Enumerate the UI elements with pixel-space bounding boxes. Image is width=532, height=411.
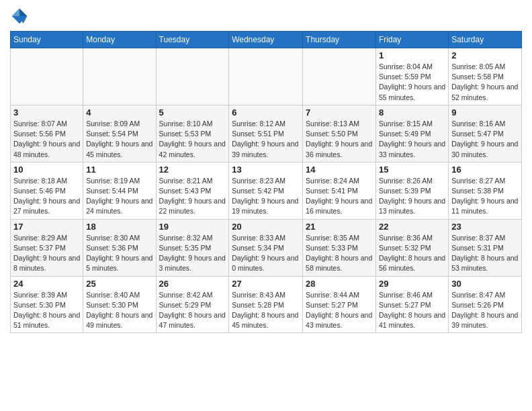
day-info: Sunrise: 8:07 AM Sunset: 5:56 PM Dayligh… [13,119,80,160]
calendar-cell: 4Sunrise: 8:09 AM Sunset: 5:54 PM Daylig… [83,105,156,162]
day-number: 17 [13,222,80,232]
day-info: Sunrise: 8:16 AM Sunset: 5:47 PM Dayligh… [451,119,519,160]
calendar-weekday-saturday: Saturday [449,32,522,48]
day-info: Sunrise: 8:44 AM Sunset: 5:27 PM Dayligh… [306,290,373,331]
calendar-cell: 15Sunrise: 8:26 AM Sunset: 5:39 PM Dayli… [375,162,448,219]
calendar-cell: 10Sunrise: 8:18 AM Sunset: 5:46 PM Dayli… [11,162,83,219]
day-info: Sunrise: 8:30 AM Sunset: 5:36 PM Dayligh… [86,233,152,274]
day-info: Sunrise: 8:32 AM Sunset: 5:35 PM Dayligh… [159,233,226,274]
calendar-weekday-sunday: Sunday [11,32,83,48]
calendar-weekday-wednesday: Wednesday [229,32,303,48]
calendar-cell: 24Sunrise: 8:39 AM Sunset: 5:30 PM Dayli… [11,276,83,333]
day-info: Sunrise: 8:33 AM Sunset: 5:34 PM Dayligh… [232,233,300,274]
header [10,7,522,26]
day-info: Sunrise: 8:21 AM Sunset: 5:43 PM Dayligh… [159,176,226,217]
calendar-cell: 19Sunrise: 8:32 AM Sunset: 5:35 PM Dayli… [156,219,229,276]
day-info: Sunrise: 8:09 AM Sunset: 5:54 PM Dayligh… [86,119,152,160]
calendar-cell: 8Sunrise: 8:15 AM Sunset: 5:49 PM Daylig… [375,105,448,162]
calendar-weekday-monday: Monday [83,32,156,48]
day-number: 4 [86,107,152,118]
day-info: Sunrise: 8:19 AM Sunset: 5:44 PM Dayligh… [86,176,152,217]
day-number: 22 [379,222,445,232]
day-number: 7 [306,107,373,118]
day-number: 19 [159,222,226,232]
day-number: 30 [451,279,519,289]
day-number: 20 [232,222,300,232]
calendar-cell: 18Sunrise: 8:30 AM Sunset: 5:36 PM Dayli… [83,219,156,276]
day-info: Sunrise: 8:18 AM Sunset: 5:46 PM Dayligh… [13,176,80,217]
day-info: Sunrise: 8:29 AM Sunset: 5:37 PM Dayligh… [13,233,80,274]
svg-marker-3 [12,9,19,16]
day-number: 2 [451,50,519,60]
calendar-cell: 6Sunrise: 8:12 AM Sunset: 5:51 PM Daylig… [229,105,303,162]
day-number: 27 [232,279,300,289]
calendar-weekday-thursday: Thursday [303,32,376,48]
day-number: 9 [451,107,519,118]
day-number: 10 [13,165,80,175]
calendar-cell [229,48,303,105]
day-info: Sunrise: 8:37 AM Sunset: 5:31 PM Dayligh… [451,233,519,274]
logo-icon [10,7,29,26]
day-info: Sunrise: 8:04 AM Sunset: 5:59 PM Dayligh… [379,62,445,103]
day-number: 6 [232,107,300,118]
calendar-cell: 23Sunrise: 8:37 AM Sunset: 5:31 PM Dayli… [449,219,522,276]
day-number: 15 [379,165,445,175]
calendar: SundayMondayTuesdayWednesdayThursdayFrid… [10,31,522,333]
calendar-cell: 17Sunrise: 8:29 AM Sunset: 5:37 PM Dayli… [11,219,83,276]
day-number: 11 [86,165,152,175]
day-info: Sunrise: 8:39 AM Sunset: 5:30 PM Dayligh… [13,290,80,331]
calendar-cell: 27Sunrise: 8:43 AM Sunset: 5:28 PM Dayli… [229,276,303,333]
day-info: Sunrise: 8:12 AM Sunset: 5:51 PM Dayligh… [232,119,300,160]
day-number: 16 [451,165,519,175]
calendar-week-row: 10Sunrise: 8:18 AM Sunset: 5:46 PM Dayli… [11,162,522,219]
page: SundayMondayTuesdayWednesdayThursdayFrid… [0,0,532,340]
calendar-cell: 11Sunrise: 8:19 AM Sunset: 5:44 PM Dayli… [83,162,156,219]
calendar-cell: 20Sunrise: 8:33 AM Sunset: 5:34 PM Dayli… [229,219,303,276]
day-number: 29 [379,279,445,289]
svg-marker-1 [19,9,27,16]
calendar-cell: 26Sunrise: 8:42 AM Sunset: 5:29 PM Dayli… [156,276,229,333]
day-number: 8 [379,107,445,118]
calendar-week-row: 3Sunrise: 8:07 AM Sunset: 5:56 PM Daylig… [11,105,522,162]
day-number: 13 [232,165,300,175]
calendar-cell: 3Sunrise: 8:07 AM Sunset: 5:56 PM Daylig… [11,105,83,162]
calendar-cell: 7Sunrise: 8:13 AM Sunset: 5:50 PM Daylig… [303,105,376,162]
day-info: Sunrise: 8:36 AM Sunset: 5:32 PM Dayligh… [379,233,445,274]
day-info: Sunrise: 8:10 AM Sunset: 5:53 PM Dayligh… [159,119,226,160]
day-info: Sunrise: 8:46 AM Sunset: 5:27 PM Dayligh… [379,290,445,331]
calendar-cell: 25Sunrise: 8:40 AM Sunset: 5:30 PM Dayli… [83,276,156,333]
day-info: Sunrise: 8:24 AM Sunset: 5:41 PM Dayligh… [306,176,373,217]
day-info: Sunrise: 8:15 AM Sunset: 5:49 PM Dayligh… [379,119,445,160]
calendar-cell: 1Sunrise: 8:04 AM Sunset: 5:59 PM Daylig… [375,48,448,105]
calendar-cell [156,48,229,105]
calendar-week-row: 1Sunrise: 8:04 AM Sunset: 5:59 PM Daylig… [11,48,522,105]
calendar-weekday-tuesday: Tuesday [156,32,229,48]
logo [10,7,32,26]
calendar-cell [11,48,83,105]
calendar-cell: 21Sunrise: 8:35 AM Sunset: 5:33 PM Dayli… [303,219,376,276]
day-number: 21 [306,222,373,232]
calendar-cell: 5Sunrise: 8:10 AM Sunset: 5:53 PM Daylig… [156,105,229,162]
calendar-cell: 9Sunrise: 8:16 AM Sunset: 5:47 PM Daylig… [449,105,522,162]
day-info: Sunrise: 8:43 AM Sunset: 5:28 PM Dayligh… [232,290,300,331]
day-info: Sunrise: 8:05 AM Sunset: 5:58 PM Dayligh… [451,62,519,103]
calendar-cell: 16Sunrise: 8:27 AM Sunset: 5:38 PM Dayli… [449,162,522,219]
day-info: Sunrise: 8:26 AM Sunset: 5:39 PM Dayligh… [379,176,445,217]
calendar-cell [303,48,376,105]
calendar-cell: 29Sunrise: 8:46 AM Sunset: 5:27 PM Dayli… [375,276,448,333]
day-info: Sunrise: 8:13 AM Sunset: 5:50 PM Dayligh… [306,119,373,160]
day-info: Sunrise: 8:47 AM Sunset: 5:26 PM Dayligh… [451,290,519,331]
calendar-cell: 28Sunrise: 8:44 AM Sunset: 5:27 PM Dayli… [303,276,376,333]
day-number: 3 [13,107,80,118]
day-info: Sunrise: 8:42 AM Sunset: 5:29 PM Dayligh… [159,290,226,331]
day-number: 24 [13,279,80,289]
calendar-cell: 30Sunrise: 8:47 AM Sunset: 5:26 PM Dayli… [449,276,522,333]
day-info: Sunrise: 8:40 AM Sunset: 5:30 PM Dayligh… [86,290,152,331]
calendar-weekday-friday: Friday [375,32,448,48]
calendar-cell: 12Sunrise: 8:21 AM Sunset: 5:43 PM Dayli… [156,162,229,219]
calendar-cell: 14Sunrise: 8:24 AM Sunset: 5:41 PM Dayli… [303,162,376,219]
day-number: 5 [159,107,226,118]
calendar-cell: 2Sunrise: 8:05 AM Sunset: 5:58 PM Daylig… [449,48,522,105]
day-number: 26 [159,279,226,289]
day-number: 28 [306,279,373,289]
